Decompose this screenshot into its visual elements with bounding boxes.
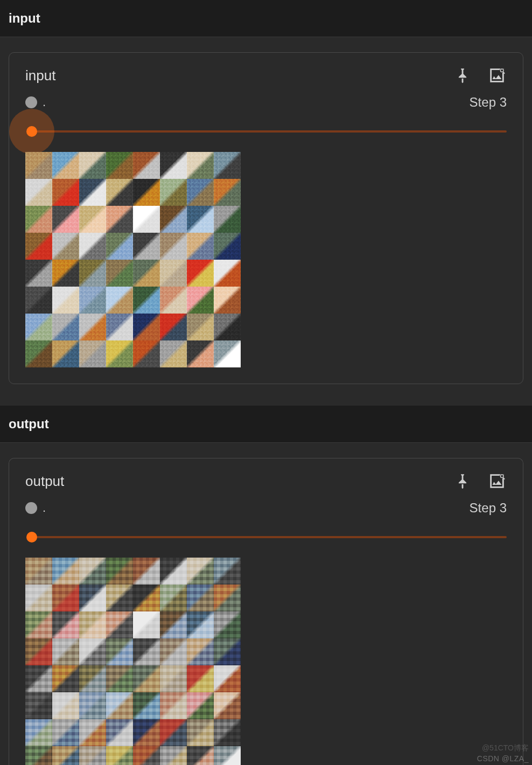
run-row: . Step 3 [25, 95, 507, 110]
image-tile [187, 260, 214, 287]
image-tile [79, 260, 106, 287]
image-tile [160, 206, 187, 233]
image-tile [214, 179, 241, 206]
image-tile [52, 152, 79, 179]
image-tile [133, 638, 160, 665]
step-slider[interactable] [25, 121, 507, 142]
image-tile [25, 611, 52, 638]
image-tile [160, 558, 187, 585]
image-tile [79, 287, 106, 314]
image-tile [52, 746, 79, 765]
image-tile [214, 719, 241, 746]
image-tile [25, 233, 52, 260]
watermark-faint: @51CTO博客 [482, 743, 529, 753]
image-tile [52, 558, 79, 585]
image-tile [160, 665, 187, 692]
image-tile [52, 611, 79, 638]
image-tile [214, 233, 241, 260]
run-name-label: . [43, 95, 46, 109]
image-tile [214, 665, 241, 692]
image-tile [79, 340, 106, 367]
card-title: output [25, 473, 64, 490]
image-tile [52, 692, 79, 719]
image-tile [133, 611, 160, 638]
run-color-dot [25, 96, 37, 108]
image-tile [79, 152, 106, 179]
image-tile [214, 558, 241, 585]
image-tile [133, 314, 160, 340]
image-detail-icon[interactable] [487, 66, 507, 85]
image-tile [25, 287, 52, 314]
image-tile [214, 152, 241, 179]
run-indicator[interactable]: . [25, 501, 46, 515]
image-tile [52, 719, 79, 746]
image-tile [160, 585, 187, 611]
image-tile [52, 638, 79, 665]
image-tile [214, 206, 241, 233]
pin-icon[interactable] [453, 471, 472, 491]
image-tile [187, 638, 214, 665]
card-icon-group [453, 66, 507, 85]
image-grid-output[interactable] [25, 558, 241, 765]
image-tile [106, 585, 133, 611]
image-tile [106, 233, 133, 260]
image-tile [214, 638, 241, 665]
image-tile [133, 260, 160, 287]
image-detail-icon[interactable] [487, 471, 507, 491]
image-tile [160, 692, 187, 719]
image-tile [214, 692, 241, 719]
image-tile [106, 152, 133, 179]
image-tile [106, 665, 133, 692]
image-tile [187, 746, 214, 765]
card-header: input [25, 66, 507, 85]
image-tile [214, 746, 241, 765]
run-indicator[interactable]: . [25, 95, 46, 109]
image-tile [79, 746, 106, 765]
image-tile [106, 558, 133, 585]
image-tile [214, 585, 241, 611]
image-tile [106, 611, 133, 638]
image-tile [79, 665, 106, 692]
image-grid-input[interactable] [25, 152, 241, 367]
image-tile [25, 719, 52, 746]
image-tile [133, 665, 160, 692]
image-tile [79, 206, 106, 233]
image-tile [133, 233, 160, 260]
image-tile [133, 179, 160, 206]
step-slider[interactable] [25, 526, 507, 548]
image-tile [52, 585, 79, 611]
image-tile [106, 260, 133, 287]
section-header-input: input [0, 0, 532, 37]
image-tile [79, 179, 106, 206]
image-tile [187, 287, 214, 314]
image-tile [133, 152, 160, 179]
image-tile [160, 260, 187, 287]
image-tile [187, 314, 214, 340]
image-tile [160, 340, 187, 367]
image-tile [187, 585, 214, 611]
run-name-label: . [43, 501, 46, 515]
image-tile [25, 558, 52, 585]
image-tile [133, 206, 160, 233]
pin-icon[interactable] [453, 66, 472, 85]
image-tile [106, 340, 133, 367]
image-tile [187, 719, 214, 746]
card-header: output [25, 471, 507, 491]
image-tile [106, 692, 133, 719]
image-tile [25, 340, 52, 367]
image-tile [52, 179, 79, 206]
image-tile [214, 287, 241, 314]
image-tile [52, 340, 79, 367]
image-tile [133, 558, 160, 585]
card-output: output . Step 3 [9, 458, 523, 765]
image-tile [106, 719, 133, 746]
image-tile [133, 719, 160, 746]
image-tile [106, 287, 133, 314]
image-tile [52, 233, 79, 260]
image-tile [79, 233, 106, 260]
image-tile [133, 746, 160, 765]
watermark: CSDN @LZA_ [477, 754, 529, 763]
image-tile [25, 665, 52, 692]
image-tile [79, 638, 106, 665]
image-tile [133, 287, 160, 314]
